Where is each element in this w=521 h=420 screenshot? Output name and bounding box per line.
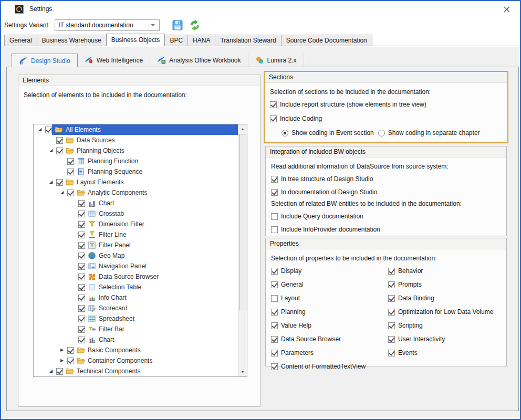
scroll-down-icon[interactable]: ▼ (238, 368, 247, 376)
tab-general[interactable]: General (4, 35, 37, 46)
subtab-lumira-2-x[interactable]: Lumira 2.x (248, 54, 304, 67)
checkbox-scripting[interactable]: Scripting (388, 322, 501, 329)
tab-business-objects[interactable]: Business Objects (106, 34, 165, 46)
tree-item-layout-elements[interactable]: ◢Layout Elements (34, 177, 238, 187)
tree-checkbox[interactable] (56, 368, 63, 375)
tree-checkbox[interactable] (78, 221, 85, 228)
tree-checkbox[interactable] (78, 232, 85, 238)
tree-item-planning-sequence[interactable]: Planning Sequence (34, 166, 238, 177)
save-button[interactable] (172, 20, 183, 30)
tree-checkbox[interactable] (67, 347, 74, 354)
tree-item-chart[interactable]: Chart (34, 334, 238, 345)
tree-item-geo-map[interactable]: Geo Map (34, 250, 238, 261)
tree-item-filter-panel[interactable]: Filter Panel (34, 240, 238, 250)
tree-item-filter-bar[interactable]: Filter Bar (34, 324, 238, 334)
tree-item-navigation-panel[interactable]: Navigation Panel (34, 261, 238, 271)
tree-checkbox[interactable] (56, 148, 63, 154)
checkbox-general[interactable]: General (271, 281, 388, 288)
tree-item-scorecard[interactable]: Scorecard (34, 303, 238, 313)
checkbox[interactable] (271, 176, 278, 183)
expander-expanded-icon[interactable]: ◢ (36, 124, 44, 135)
tree-item-data-sources[interactable]: Data Sources (34, 135, 238, 145)
checkbox-data-source-browser[interactable]: Data Source Browser (271, 335, 388, 343)
tree-checkbox[interactable] (78, 253, 85, 259)
scrollbar-thumb[interactable] (239, 134, 246, 310)
checkbox-content-of-formattedtextview[interactable]: Content of FormattedTextView (271, 363, 388, 370)
checkbox-value-help[interactable]: Value Help (271, 322, 388, 329)
expander-collapsed-icon[interactable]: ▶ (58, 355, 66, 366)
tree-item-all-elements[interactable]: ◢All Elements (34, 124, 238, 135)
checkbox[interactable] (271, 363, 278, 370)
checkbox[interactable] (271, 322, 278, 329)
tree-checkbox[interactable] (56, 179, 63, 186)
radio-show-coding-in-separate-chapter[interactable] (378, 130, 385, 136)
tree-item-dimension-filter[interactable]: Dimension Filter (34, 219, 238, 229)
scroll-up-icon[interactable]: ▲ (238, 124, 247, 133)
tab-hana[interactable]: HANA (187, 35, 215, 46)
checkbox-include-report-structure-show-elements-in-tree-view[interactable]: Include report structure (show elements … (270, 101, 502, 108)
subtab-web-intelligence[interactable]: Web Intelligence (78, 54, 151, 67)
checkbox[interactable] (271, 295, 278, 302)
tree-scrollbar[interactable]: ▲ ▼ (238, 124, 247, 376)
tree-checkbox[interactable] (78, 263, 85, 270)
expander-expanded-icon[interactable]: ◢ (47, 145, 55, 156)
tree-checkbox[interactable] (78, 305, 85, 312)
checkbox-data-binding[interactable]: Data Binding (388, 295, 501, 302)
tree-item-planning-objects[interactable]: ◢Planning Objects (34, 145, 238, 156)
expander-expanded-icon[interactable]: ◢ (58, 187, 66, 198)
tree-checkbox[interactable] (45, 127, 52, 133)
tab-translation-steward[interactable]: Translation Steward (215, 35, 281, 46)
expander-expanded-icon[interactable]: ◢ (47, 366, 55, 376)
tab-bpc[interactable]: BPC (164, 35, 188, 46)
checkbox[interactable] (271, 281, 278, 288)
tree-checkbox[interactable] (67, 358, 74, 364)
tree-checkbox[interactable] (78, 295, 85, 301)
tree-item-chart[interactable]: Chart (34, 198, 238, 208)
checkbox[interactable] (388, 309, 395, 316)
tree-item-selection-table[interactable]: Selection Table (34, 282, 238, 292)
checkbox[interactable] (388, 268, 395, 275)
checkbox-include-coding[interactable]: Include Coding (270, 115, 502, 122)
tree-checkbox[interactable] (67, 190, 74, 196)
tree-checkbox[interactable] (78, 316, 85, 322)
checkbox-include-infoprovider-documentation[interactable]: Include InfoProvider documentation (271, 226, 501, 233)
tree-checkbox[interactable] (78, 284, 85, 291)
close-button[interactable] (502, 5, 512, 14)
checkbox[interactable] (271, 189, 278, 196)
expander-expanded-icon[interactable]: ◢ (47, 177, 55, 187)
tree-item-info-chart[interactable]: Info Chart (34, 292, 238, 303)
checkbox-user-interactivity[interactable]: User Interactivity (388, 335, 501, 343)
tree-checkbox[interactable] (78, 200, 85, 207)
tab-business-warehouse[interactable]: Business Warehouse (37, 35, 107, 46)
checkbox-layout[interactable]: Layout (271, 295, 388, 302)
checkbox[interactable] (388, 281, 395, 288)
tree-checkbox[interactable] (67, 158, 74, 165)
checkbox-in-documentation-of-design-studio[interactable]: In documentation of Design Studio (271, 188, 501, 196)
tree-item-data-source-browser[interactable]: Data Source Browser (34, 271, 238, 282)
checkbox-prompts[interactable]: Prompts (388, 281, 501, 288)
radio-show-coding-in-event-section[interactable] (282, 130, 288, 136)
tree-item-technical-components[interactable]: ◢Technical Components (34, 366, 238, 376)
tree-item-container-components[interactable]: ▶Container Components (34, 355, 238, 366)
tree-checkbox[interactable] (78, 337, 85, 343)
checkbox[interactable] (388, 322, 395, 329)
checkbox[interactable] (271, 350, 278, 356)
checkbox[interactable] (271, 336, 278, 343)
checkbox[interactable] (271, 268, 278, 275)
checkbox-include-query-documentation[interactable]: Include Query documentation (271, 213, 501, 220)
checkbox[interactable] (271, 213, 278, 220)
tree-item-filter-line[interactable]: Filter Line (34, 229, 238, 240)
checkbox[interactable] (271, 309, 278, 316)
checkbox-optimization-for-low-data-volume[interactable]: Optimization for Low Data Volume (388, 308, 501, 316)
checkbox[interactable] (388, 336, 395, 343)
settings-variant-select[interactable]: IT standard documentation (55, 19, 160, 31)
tree-item-basic-components[interactable]: ▶Basic Components (34, 345, 238, 355)
tree-checkbox[interactable] (78, 211, 85, 217)
refresh-button[interactable] (190, 20, 200, 30)
checkbox-events[interactable]: Events (388, 349, 501, 356)
checkbox-planning[interactable]: Planning (271, 308, 388, 316)
tree-item-spreadsheet[interactable]: Spreadsheet (34, 313, 238, 324)
checkbox[interactable] (270, 116, 277, 122)
checkbox[interactable] (270, 101, 277, 108)
subtab-analysis-office-workbook[interactable]: Analysis Office Workbook (150, 54, 248, 67)
